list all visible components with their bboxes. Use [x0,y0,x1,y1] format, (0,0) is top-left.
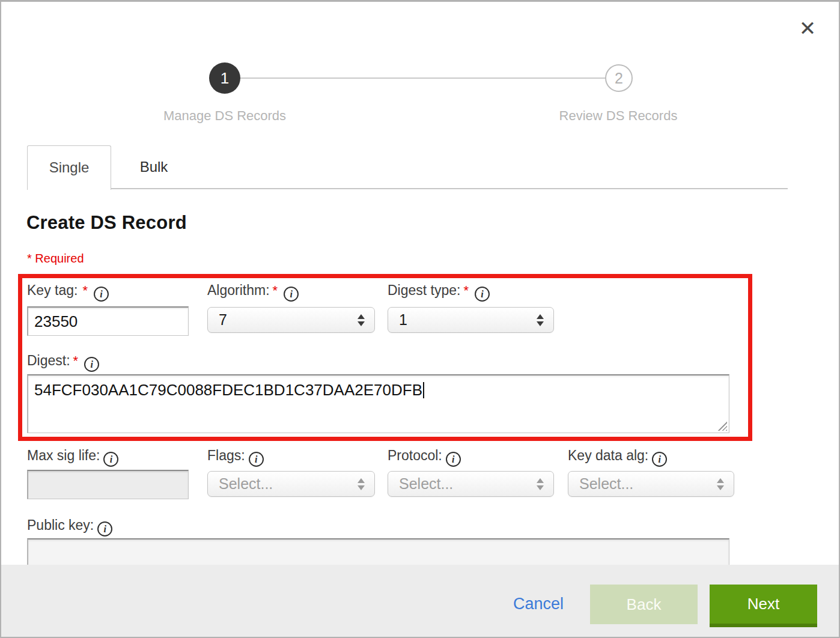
select-arrows-icon [358,478,365,491]
public-key-label: Public key:i [27,517,112,536]
info-icon[interactable]: i [84,357,99,372]
info-icon[interactable]: i [249,452,264,467]
digest-label: Digest:*i [27,353,99,372]
flags-label-text: Flags: [207,448,245,463]
info-icon[interactable]: i [94,287,109,302]
required-asterisk: * [463,283,469,298]
tab-single[interactable]: Single [27,145,111,190]
step-1-label: Manage DS Records [129,108,321,124]
key-data-alg-label: Key data alg:i [568,448,667,467]
algorithm-label: Algorithm:*i [207,282,299,302]
step-2-indicator: 2 [605,64,633,92]
flags-select[interactable]: Select... [207,471,375,497]
cancel-button[interactable]: Cancel [513,595,564,613]
digest-type-select[interactable]: 1 [388,307,554,333]
info-icon[interactable]: i [103,452,118,467]
protocol-select[interactable]: Select... [388,471,554,497]
digest-label-text: Digest: [27,353,70,368]
step-1-indicator: 1 [209,62,240,94]
key-data-alg-placeholder: Select... [579,475,633,492]
digest-textarea[interactable]: 54FCF030AA1C79C0088FDEC1BD1C37DAA2E70DFB [27,374,729,433]
info-icon[interactable]: i [652,452,667,467]
algorithm-label-text: Algorithm: [207,282,270,298]
digest-type-label: Digest type:*i [388,282,490,302]
info-icon[interactable]: i [446,452,461,467]
digest-type-label-text: Digest type: [388,282,460,298]
required-note: * Required [27,252,84,266]
key-data-alg-label-text: Key data alg: [568,448,648,463]
info-icon[interactable]: i [284,287,299,302]
select-arrows-icon [537,314,544,327]
stepper-connector [240,77,606,79]
max-sig-life-label-text: Max sig life: [27,448,100,463]
public-key-label-text: Public key: [27,517,94,533]
info-icon[interactable]: i [97,521,112,536]
next-button[interactable]: Next [710,585,817,627]
digest-value: 54FCF030AA1C79C0088FDEC1BD1C37DAA2E70DFB [34,381,422,399]
required-asterisk: * [273,283,278,298]
max-sig-life-label: Max sig life:i [27,448,118,467]
key-tag-label: Key tag:*i [27,282,109,302]
protocol-label: Protocol:i [388,448,461,467]
digest-type-selected-value: 1 [399,311,407,328]
key-tag-label-text: Key tag: [27,282,78,298]
required-asterisk: * [73,353,79,368]
protocol-placeholder: Select... [399,475,453,492]
key-tag-input[interactable] [27,306,189,336]
text-caret [423,382,424,398]
close-icon[interactable]: ✕ [794,15,821,41]
step-2-label: Review DS Records [522,108,714,124]
back-button: Back [590,585,698,624]
resize-handle[interactable] [717,421,727,431]
max-sig-life-input [27,470,189,499]
algorithm-select[interactable]: 7 [207,307,375,333]
protocol-label-text: Protocol: [388,448,442,463]
info-icon[interactable]: i [475,287,490,302]
page-title: Create DS Record [26,212,187,234]
tab-bulk[interactable]: Bulk [111,145,196,189]
select-arrows-icon [537,478,544,491]
key-data-alg-select[interactable]: Select... [568,471,734,497]
select-arrows-icon [358,314,365,327]
select-arrows-icon [717,478,724,491]
flags-label: Flags:i [207,448,264,467]
create-ds-record-dialog: ✕ 1 2 Manage DS Records Review DS Record… [0,0,840,638]
flags-placeholder: Select... [219,475,273,492]
algorithm-selected-value: 7 [219,311,227,328]
required-asterisk: * [82,283,88,298]
